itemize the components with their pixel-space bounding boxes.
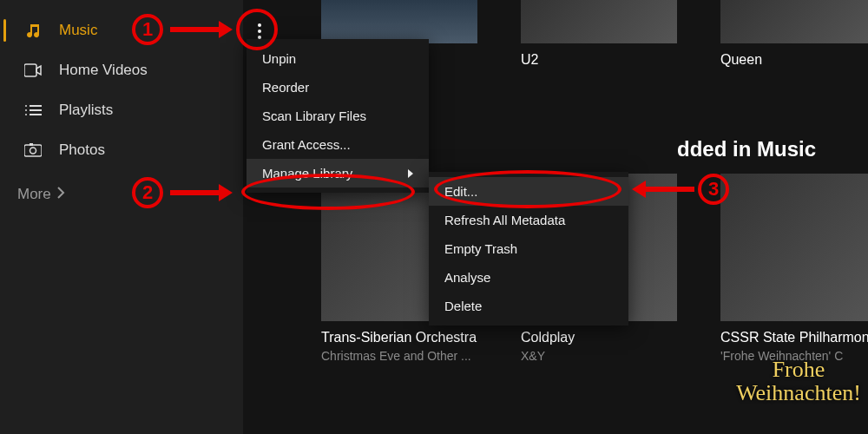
- svg-point-3: [25, 109, 27, 111]
- menu-item-unpin[interactable]: Unpin: [247, 44, 429, 73]
- album-title: U2: [521, 52, 677, 68]
- menu-item-label: Analyse: [444, 270, 490, 285]
- menu-item-empty-trash[interactable]: Empty Trash: [429, 234, 628, 263]
- svg-point-1: [25, 105, 27, 107]
- menu-item-label: Empty Trash: [444, 241, 517, 256]
- sidebar: Music Home Videos Playlists Photos More: [0, 0, 243, 434]
- dot-icon: [258, 23, 261, 27]
- dot-icon: [258, 30, 261, 33]
- menu-item-manage-library[interactable]: Manage Library: [247, 159, 429, 187]
- menu-item-analyse[interactable]: Analyse: [429, 263, 628, 292]
- sidebar-item-playlists[interactable]: Playlists: [0, 90, 243, 130]
- menu-item-label: Manage Library: [262, 166, 352, 181]
- menu-item-grant-access[interactable]: Grant Access...: [247, 130, 429, 159]
- album-title: Coldplay: [521, 330, 677, 345]
- sidebar-item-label: Photos: [59, 141, 105, 159]
- manage-library-submenu: Edit... Refresh All Metadata Empty Trash…: [429, 172, 628, 326]
- more-label: More: [17, 186, 51, 203]
- menu-item-label: Unpin: [262, 51, 296, 66]
- menu-item-scan-library[interactable]: Scan Library Files: [247, 102, 429, 130]
- album-subtitle: X&Y: [521, 349, 677, 363]
- album-card[interactable]: [321, 0, 477, 43]
- album-art: [720, 0, 868, 43]
- svg-rect-0: [24, 64, 36, 76]
- menu-item-label: Edit...: [444, 184, 477, 199]
- library-context-menu: Unpin Reorder Scan Library Files Grant A…: [247, 39, 429, 193]
- album-card-u2[interactable]: U2: [521, 0, 677, 68]
- menu-item-refresh-metadata[interactable]: Refresh All Metadata: [429, 206, 628, 234]
- menu-item-label: Delete: [444, 299, 482, 313]
- sidebar-more[interactable]: More: [0, 186, 243, 203]
- album-card-cssr[interactable]: Frohe Weihnachten! CSSR State Philharmon…: [720, 174, 868, 363]
- chevron-right-icon: [56, 186, 65, 203]
- album-title: Queen: [720, 52, 868, 68]
- sidebar-item-label: Home Videos: [59, 62, 148, 79]
- sidebar-item-label: Music: [59, 22, 97, 39]
- menu-item-label: Scan Library Files: [262, 108, 366, 123]
- playlist-icon: [24, 103, 49, 117]
- menu-item-delete[interactable]: Delete: [429, 292, 628, 320]
- album-card-queen[interactable]: Queen: [720, 0, 868, 68]
- menu-item-edit[interactable]: Edit...: [429, 177, 628, 206]
- svg-rect-2: [30, 105, 42, 107]
- menu-item-label: Refresh All Metadata: [444, 213, 565, 227]
- sidebar-item-label: Playlists: [59, 102, 113, 119]
- svg-rect-9: [30, 143, 33, 146]
- album-subtitle: Christmas Eve and Other ...: [321, 349, 477, 363]
- sidebar-item-music[interactable]: Music: [0, 10, 243, 50]
- svg-point-8: [30, 148, 36, 154]
- svg-rect-4: [30, 109, 42, 111]
- section-heading: dded in Music: [677, 137, 816, 161]
- menu-item-label: Reorder: [262, 80, 309, 95]
- active-indicator: [3, 19, 6, 42]
- album-title: CSSR State Philharmon: [720, 330, 868, 345]
- album-title: Trans-Siberian Orchestra: [321, 330, 477, 345]
- menu-item-reorder[interactable]: Reorder: [247, 73, 429, 102]
- music-icon: [24, 22, 49, 39]
- svg-rect-6: [30, 114, 42, 115]
- album-art: [720, 174, 868, 321]
- sidebar-item-home-videos[interactable]: Home Videos: [0, 50, 243, 90]
- svg-point-5: [25, 114, 27, 115]
- video-icon: [24, 63, 49, 77]
- album-art-overlay-text: Frohe Weihnachten!: [720, 358, 868, 405]
- album-art: [321, 0, 477, 43]
- menu-item-label: Grant Access...: [262, 137, 351, 152]
- submenu-arrow-icon: [408, 169, 413, 178]
- camera-icon: [24, 143, 49, 157]
- svg-rect-7: [24, 145, 42, 156]
- sidebar-item-photos[interactable]: Photos: [0, 130, 243, 170]
- album-art: [521, 0, 677, 43]
